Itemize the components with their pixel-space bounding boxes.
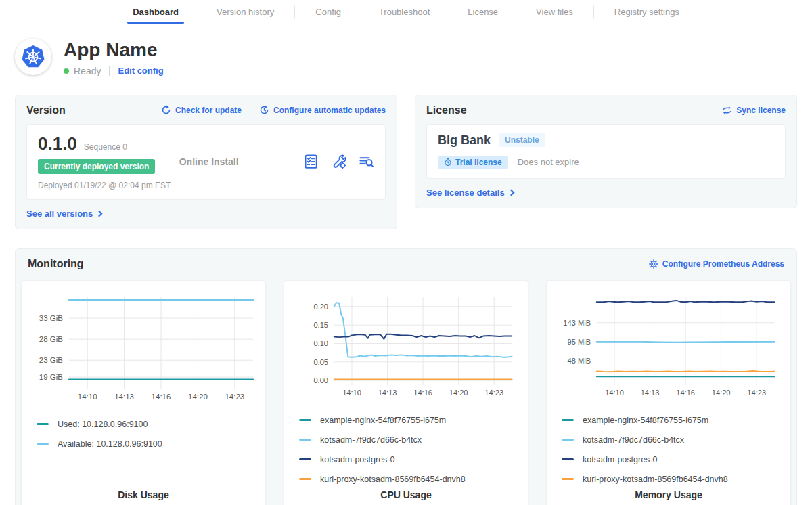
tab-license[interactable]: License: [468, 0, 498, 24]
app-header: App Name Ready Edit config: [0, 24, 812, 76]
chart-title: CPU Usage: [291, 484, 521, 500]
legend-item: kotsadm-postgres-0: [562, 455, 775, 464]
nav-separator: [294, 6, 295, 18]
install-type-label: Online Install: [179, 156, 303, 167]
legend-swatch: [562, 439, 574, 441]
current-version-panel: 0.1.0 Sequence 0 Currently deployed vers…: [26, 124, 386, 200]
see-all-versions-label: See all versions: [26, 208, 93, 219]
app-logo: [15, 39, 51, 75]
legend-swatch: [299, 419, 311, 421]
edit-config-link[interactable]: Edit config: [118, 66, 163, 76]
memory-usage-legend: example-nginx-54f8f76755-l675mkotsadm-7f…: [554, 403, 784, 484]
version-number: 0.1.0: [38, 133, 77, 154]
see-all-versions-link[interactable]: See all versions: [26, 208, 102, 219]
view-deploy-logs-button[interactable]: [359, 154, 374, 169]
disk-usage-chart: 14:1014:1314:1614:2014:2333 GiB28 GiB23 …: [28, 288, 258, 407]
svg-text:14:10: 14:10: [78, 393, 97, 401]
legend-item: kotsadm-7f9dc7d66c-b4tcx: [562, 435, 775, 445]
svg-text:14:23: 14:23: [484, 389, 503, 397]
configure-prometheus-button[interactable]: Configure Prometheus Address: [649, 259, 784, 269]
sync-license-button[interactable]: Sync license: [722, 106, 786, 115]
channel-badge: Unstable: [499, 133, 545, 147]
legend-swatch: [562, 458, 574, 460]
checklist-icon: [303, 154, 319, 169]
legend-label: kotsadm-7f9dc7d66c-b4tcx: [320, 435, 422, 445]
license-expiry-text: Does not expire: [518, 157, 579, 167]
tab-config[interactable]: Config: [315, 0, 341, 24]
disk-usage-legend: Used: 10.128.0.96:9100Available: 10.128.…: [28, 407, 258, 484]
tab-view-files[interactable]: View files: [536, 0, 573, 24]
memory-usage-chart: 14:1014:1314:1614:2014:23143 MiB95 MiB48…: [554, 288, 784, 403]
svg-text:23 GiB: 23 GiB: [39, 356, 63, 364]
tab-registry-settings[interactable]: Registry settings: [614, 0, 679, 24]
ready-status-dot: [64, 68, 69, 74]
chevron-right-icon: [508, 189, 514, 196]
see-license-details-link[interactable]: See license details: [426, 188, 514, 198]
legend-swatch: [562, 419, 574, 421]
svg-text:14:20: 14:20: [712, 389, 731, 397]
legend-swatch: [299, 458, 311, 460]
legend-item: Used: 10.128.0.96:9100: [37, 420, 250, 429]
license-card-title: License: [426, 104, 467, 116]
refresh-icon: [161, 105, 171, 115]
deployed-timestamp: Deployed 01/19/22 @ 02:04 pm EST: [38, 181, 179, 190]
cpu-usage-legend: example-nginx-54f8f76755-l675mkotsadm-7f…: [291, 403, 521, 484]
top-nav: DashboardVersion historyConfigTroublesho…: [0, 0, 812, 24]
configure-automatic-updates-button[interactable]: Configure automatic updates: [259, 105, 386, 115]
tab-troubleshoot[interactable]: Troubleshoot: [379, 0, 430, 24]
svg-text:14:20: 14:20: [188, 393, 208, 401]
legend-swatch: [299, 439, 311, 441]
schedule-update-icon: [259, 105, 269, 115]
svg-text:14:20: 14:20: [449, 389, 468, 397]
svg-text:14:23: 14:23: [747, 389, 766, 397]
legend-label: Available: 10.128.0.96:9100: [58, 439, 162, 449]
stopwatch-icon: [444, 158, 452, 167]
svg-text:95 MiB: 95 MiB: [568, 338, 591, 346]
legend-label: kurl-proxy-kotsadm-8569fb6454-dnvh8: [583, 475, 728, 484]
tab-dashboard[interactable]: Dashboard: [133, 0, 179, 24]
svg-text:14:10: 14:10: [605, 389, 624, 397]
svg-text:0.15: 0.15: [313, 321, 328, 329]
sync-license-label: Sync license: [736, 106, 786, 115]
nav-separator: [593, 6, 594, 18]
legend-swatch: [562, 478, 574, 480]
legend-label: kurl-proxy-kotsadm-8569fb6454-dnvh8: [320, 475, 466, 484]
svg-text:0.20: 0.20: [313, 302, 328, 310]
svg-text:33 GiB: 33 GiB: [39, 314, 63, 322]
svg-text:0.10: 0.10: [313, 339, 328, 347]
monitoring-section: Monitoring Configure Prometheus Address …: [15, 248, 797, 505]
configure-prometheus-label: Configure Prometheus Address: [662, 259, 784, 269]
preflight-checks-button[interactable]: [303, 154, 319, 169]
tab-version-history[interactable]: Version history: [217, 0, 274, 24]
trial-license-label: Trial license: [455, 158, 502, 167]
svg-text:0.00: 0.00: [313, 376, 328, 385]
legend-swatch: [37, 423, 49, 425]
version-card: Version Check for update Configure au: [15, 95, 397, 229]
wrench-gear-icon: [331, 154, 346, 169]
svg-text:0.05: 0.05: [313, 357, 328, 366]
legend-label: kotsadm-7f9dc7d66c-b4tcx: [583, 435, 684, 445]
deployed-badge: Currently deployed version: [38, 159, 155, 174]
svg-text:48 MiB: 48 MiB: [568, 357, 591, 365]
legend-item: kurl-proxy-kotsadm-8569fb6454-dnvh8: [562, 475, 775, 484]
chart-title: Memory Usage: [554, 484, 784, 500]
legend-item: example-nginx-54f8f76755-l675m: [299, 416, 513, 425]
gear-icon: [649, 259, 658, 269]
disk-usage-chart-card: 14:1014:1314:1614:2014:2333 GiB28 GiB23 …: [21, 280, 266, 505]
check-for-update-button[interactable]: Check for update: [161, 105, 242, 115]
svg-text:14:23: 14:23: [225, 393, 244, 401]
trial-license-badge: Trial license: [438, 156, 508, 169]
kubernetes-icon: [21, 45, 45, 69]
charts-row: 14:1014:1314:1614:2014:2333 GiB28 GiB23 …: [21, 280, 791, 505]
legend-item: kotsadm-7f9dc7d66c-b4tcx: [299, 435, 513, 445]
svg-text:14:16: 14:16: [413, 389, 432, 397]
legend-item: example-nginx-54f8f76755-l675m: [562, 416, 775, 425]
svg-text:14:13: 14:13: [378, 389, 397, 397]
legend-label: Used: 10.128.0.96:9100: [58, 420, 148, 429]
legend-label: kotsadm-postgres-0: [320, 455, 394, 464]
page-title: App Name: [64, 40, 164, 61]
svg-text:14:13: 14:13: [641, 389, 660, 397]
legend-swatch: [299, 478, 311, 480]
edit-config-version-button[interactable]: [331, 154, 346, 169]
chart-title: Disk Usage: [28, 484, 258, 500]
